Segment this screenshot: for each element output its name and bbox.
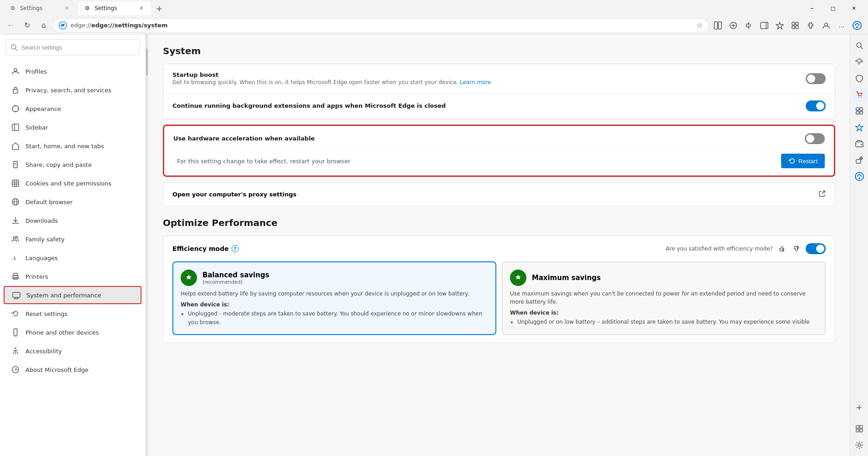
right-favorites-button[interactable] — [852, 120, 867, 135]
efficiency-toggle[interactable] — [806, 243, 826, 254]
sidebar-item-privacy[interactable]: Privacy, search, and services — [4, 81, 141, 99]
sidebar-item-appearance[interactable]: Appearance — [4, 100, 141, 118]
appearance-label: Appearance — [25, 105, 61, 112]
svg-point-45 — [15, 347, 16, 349]
about-icon — [11, 365, 20, 374]
right-add-button[interactable]: + — [852, 400, 867, 414]
sidebar-scroll-thumb[interactable] — [146, 48, 148, 75]
sidebar-item-system[interactable]: System and performance — [4, 286, 141, 304]
sidebar-item-share[interactable]: Share, copy and paste — [4, 155, 141, 174]
svg-point-51 — [858, 97, 859, 98]
refresh-button[interactable]: ↻ — [20, 18, 35, 33]
minimize-button[interactable]: − — [802, 0, 823, 16]
maximize-button[interactable]: □ — [823, 0, 843, 16]
family-safety-icon — [11, 235, 20, 244]
startup-boost-toggle[interactable] — [806, 73, 826, 84]
settings-content: System Startup boost Get to browsing qui… — [148, 35, 850, 456]
sidebar-item-sidebar[interactable]: Sidebar — [4, 118, 141, 136]
search-box[interactable] — [5, 39, 140, 55]
split-screen-icon[interactable] — [711, 18, 725, 33]
new-tab-button[interactable]: + — [153, 2, 166, 15]
learn-more-link[interactable]: Learn more — [460, 79, 491, 85]
right-layout-button[interactable] — [852, 104, 867, 118]
favorites-icon[interactable] — [772, 18, 787, 33]
proxy-row[interactable]: Open your computer's proxy settings — [163, 183, 835, 206]
read-aloud-icon[interactable] — [742, 18, 756, 33]
hw-accel-info: Use hardware acceleration when available — [173, 135, 805, 143]
sidebar-item-start-home[interactable]: Start, home, and new tabs — [4, 137, 141, 155]
svg-rect-37 — [14, 277, 17, 279]
sidebar-item-cookies[interactable]: Cookies and site permissions — [4, 174, 141, 192]
address-bar[interactable]: edge://edge://settings/system ☆ — [53, 18, 709, 33]
thumbs-down-button[interactable] — [791, 243, 802, 254]
sidebar-item-printers[interactable]: Printers — [4, 267, 141, 286]
thumbs-up-button[interactable] — [777, 243, 787, 254]
sidebar-item-about[interactable]: About Microsoft Edge — [4, 361, 141, 379]
sidebar-item-downloads[interactable]: Downloads — [4, 211, 141, 230]
hw-accel-label: Use hardware acceleration when available — [173, 135, 805, 142]
sidebar-item-default-browser[interactable]: Default browser — [4, 193, 141, 211]
tab-1-close[interactable]: ✕ — [63, 4, 71, 12]
maximum-icon — [510, 270, 526, 286]
collections-icon[interactable] — [788, 18, 802, 33]
maximum-desc: Use maximum savings when you can't be co… — [510, 290, 818, 306]
back-button[interactable]: ← — [4, 18, 18, 33]
sidebar-item-reset[interactable]: Reset settings — [4, 305, 141, 323]
maximum-savings-card[interactable]: Maximum savings Use maximum savings when… — [502, 261, 826, 335]
balanced-title: Balanced savings — [202, 271, 269, 279]
maximum-bullet-1: Unplugged or on low battery – additional… — [517, 318, 818, 326]
sidebar-item-family-safety[interactable]: Family safety — [4, 230, 141, 248]
profile-icon[interactable] — [819, 18, 833, 33]
reset-icon — [11, 309, 20, 318]
copilot-button[interactable] — [850, 18, 864, 33]
more-menu-button[interactable]: … — [834, 18, 849, 33]
tab-2[interactable]: ⚙ Settings ✕ — [78, 1, 151, 15]
reset-label: Reset settings — [25, 311, 67, 317]
sidebar-scrollbar[interactable] — [146, 35, 148, 456]
right-wallet-button[interactable] — [852, 136, 867, 151]
efficiency-info-icon[interactable]: ? — [232, 245, 239, 252]
right-search-button[interactable] — [852, 38, 867, 53]
balanced-savings-card[interactable]: Balanced savings (recommended) Helps ext… — [172, 261, 496, 335]
sidebar-item-languages[interactable]: A Languages — [4, 249, 141, 267]
efficiency-label: Efficiency mode ? — [172, 245, 239, 252]
sidebar-nav-label: Sidebar — [25, 124, 48, 131]
svg-point-62 — [858, 177, 860, 179]
balanced-bullets: Unplugged - moderate steps are taken to … — [181, 310, 488, 327]
cookies-icon — [11, 179, 20, 188]
search-input[interactable] — [21, 44, 135, 51]
restart-button[interactable]: Restart — [781, 154, 825, 168]
right-shopping-button[interactable] — [852, 87, 867, 102]
startup-boost-row: Startup boost Get to browsing quickly. W… — [163, 64, 835, 93]
right-sidebar: + — [850, 35, 868, 456]
start-home-label: Start, home, and new tabs — [25, 143, 104, 150]
right-shield-button[interactable] — [852, 71, 867, 85]
svg-rect-63 — [856, 426, 859, 428]
svg-rect-2 — [718, 22, 722, 29]
home-button[interactable]: ⌂ — [36, 18, 51, 33]
right-settings-button[interactable] — [852, 438, 867, 452]
privacy-icon — [11, 85, 20, 95]
default-browser-icon — [11, 197, 20, 206]
background-running-toggle[interactable] — [806, 100, 826, 111]
browser-essentials-icon[interactable] — [726, 18, 741, 33]
sidebar-item-profiles[interactable]: Profiles — [4, 62, 141, 80]
right-extensions-button[interactable] — [852, 153, 867, 167]
start-home-icon — [11, 141, 20, 150]
background-running-label: Continue running background extensions a… — [172, 102, 806, 109]
right-resize-button[interactable] — [852, 421, 867, 436]
right-pin-button[interactable] — [852, 55, 867, 69]
edge-icon — [59, 21, 67, 30]
hw-accel-toggle[interactable] — [805, 133, 825, 144]
sidebar-button[interactable] — [757, 18, 772, 33]
extensions-icon[interactable] — [803, 18, 818, 33]
right-copilot-button[interactable] — [852, 169, 867, 184]
tab-2-close[interactable]: ✕ — [137, 4, 146, 12]
star-icon[interactable]: ☆ — [696, 21, 703, 30]
close-button[interactable]: ✕ — [843, 0, 864, 16]
sidebar-item-accessibility[interactable]: Accessibility — [4, 342, 141, 360]
external-link-icon — [818, 190, 826, 199]
sidebar-item-phone[interactable]: Phone and other devices — [4, 323, 141, 341]
balanced-header: Balanced savings (recommended) — [181, 270, 488, 286]
tab-1[interactable]: ⚙ Settings ✕ — [4, 1, 76, 15]
